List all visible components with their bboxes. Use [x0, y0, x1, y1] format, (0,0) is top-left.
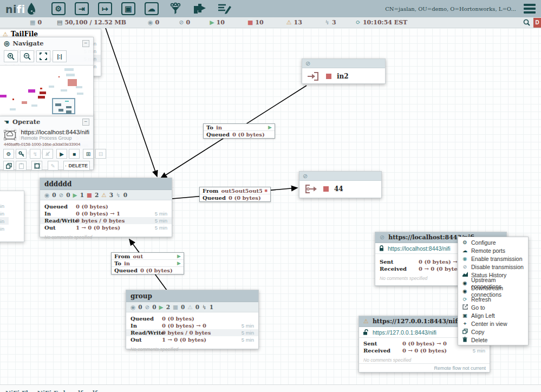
menu-item-center-in-view[interactable]: +Center in view [458, 319, 528, 328]
menu-item-delete[interactable]: Delete [458, 336, 528, 344]
search-icon[interactable] [519, 17, 533, 28]
birdseye-component [55, 103, 61, 106]
template-toolbar-icon[interactable] [192, 2, 207, 16]
threads-icon: ▦ [30, 19, 35, 26]
transmitting-icon: ◉ [148, 19, 153, 26]
secure-lock-icon [379, 245, 384, 251]
rpg-name: https://127.0.0.1:8443/nifi [373, 318, 459, 325]
stat-row: 5 min [0, 210, 9, 217]
menu-item-copy[interactable]: Copy [458, 328, 528, 336]
processor-toolbar-icon[interactable]: ⚙ [51, 2, 66, 15]
transmission-disabled-icon: ⊘ [303, 173, 308, 180]
disable-button[interactable]: ↯ [42, 149, 53, 159]
birdseye-component [12, 99, 14, 100]
global-menu-icon[interactable] [524, 4, 536, 14]
bulletin-indicator[interactable]: D [533, 18, 541, 28]
zoom-in-button[interactable] [4, 50, 18, 62]
menu-item-enable-transmission[interactable]: ◉Enable transmission [458, 254, 528, 263]
selected-component-id[interactable]: 446baffb-0158-1000-16be-a3da03e33904 [0, 141, 93, 147]
breadcrumb-current[interactable]: NiFi Fsdrnsdfnsdf [37, 390, 97, 392]
refresh-icon: ⟳ [356, 19, 361, 26]
port-name: 44 [334, 185, 343, 193]
connection-from-row: From out5out5out5out5out5... ■ [200, 187, 270, 194]
process-group-titlebar: group [126, 290, 258, 302]
status-bar-right: D [519, 17, 541, 28]
birdseye-map[interactable] [0, 65, 93, 116]
gear-icon: ⚙ [462, 239, 468, 245]
output-port-toolbar-icon[interactable]: ↦ [98, 2, 112, 15]
process-group-toolbar-icon[interactable]: ▣ [121, 2, 135, 15]
label-toolbar-icon[interactable] [217, 2, 232, 16]
process-group-group[interactable]: group ◉0 ⊘0 ▶2 ■0 ⚠0 ↯1 Queued0 (0 bytes… [126, 290, 259, 349]
stopped-indicator [326, 74, 331, 79]
connection-label-to-in[interactable]: To in ▶ Queued 0 (0 bytes) [203, 123, 275, 139]
collapse-operate-button[interactable]: − [82, 119, 89, 126]
process-group-dddddd[interactable]: dddddd ◉0 ⊘0 ▶1 ■2 ⚠3 ↯0 Queued0 (0 byte… [40, 178, 172, 237]
delete-button[interactable]: DELETE [63, 161, 90, 171]
menu-item-go-to[interactable]: Go to [458, 303, 528, 311]
paste-button[interactable] [16, 161, 27, 171]
stat-row-readwrite: Read/Write0 bytes / 0 bytes5 min [126, 329, 258, 336]
access-policies-button[interactable] [16, 149, 27, 159]
stopped-icon: ■ [247, 19, 253, 26]
stat-row: 5 min [0, 217, 9, 225]
configure-button[interactable]: ⚙ [3, 149, 14, 159]
stat-row-received: Received0 → 0 (0 bytes)5 min [359, 347, 490, 354]
last-refreshed[interactable]: ⟳ 10:10:54 EST [356, 19, 408, 26]
stat-row-out: Out1 → 0 (0 bytes)5 min [126, 336, 258, 343]
zoom-fit-button[interactable] [36, 50, 50, 62]
menu-item-downstream-connections[interactable]: ◉Downstream connections [458, 287, 528, 295]
navigate-icon: ◎ [4, 40, 9, 47]
connection-queued-row: Queued 0 (0 bytes) [204, 131, 275, 138]
stopped-icon: ■ [87, 192, 92, 198]
running-icon: ▶ [210, 19, 214, 26]
refresh-icon: ⟳ [462, 296, 468, 302]
center-icon: + [462, 321, 468, 326]
copy-button[interactable] [3, 161, 14, 171]
zoom-out-button[interactable] [20, 50, 34, 62]
not-transmitting-icon: ⊘ [145, 304, 149, 310]
group-button[interactable] [31, 161, 42, 171]
stat-row-out: Out1 → 0 (0 bytes)5 min [40, 224, 172, 231]
start-button[interactable]: ▶ [56, 149, 67, 159]
color-button[interactable]: ✎ [48, 161, 58, 171]
output-port-44[interactable]: ⊘ 44 [299, 171, 382, 198]
context-menu: ⚙Configure ☁Remote ports ◉Enable transmi… [458, 237, 529, 345]
connection-to-row: To in ▶ [204, 124, 275, 131]
funnel-toolbar-icon[interactable] [168, 2, 183, 16]
zoom-actual-size-button[interactable]: |:| [53, 50, 67, 62]
connection-queued-row: Queued 0 (0 bytes) [200, 194, 270, 201]
menu-item-configure[interactable]: ⚙Configure [458, 238, 528, 246]
app-header: nifi ⚙ ⇥ ↦ ▣ ☁ CN=jaslan, OU=demo, O=Hor… [0, 0, 541, 17]
collapse-navigate-button[interactable]: − [82, 40, 89, 47]
copy-icon [462, 329, 468, 335]
operate-title: Operate [12, 118, 41, 126]
stopped-count: ■ 10 [247, 19, 264, 26]
stop-button[interactable]: ■ [69, 149, 80, 159]
menu-item-align-left[interactable]: ▣Align Left [458, 311, 528, 319]
running-icon: ▶ [73, 192, 77, 198]
navigate-title: Navigate [12, 40, 43, 47]
enable-button[interactable]: ↯ [30, 149, 41, 159]
transmission-disabled-icon: ⊘ [305, 60, 310, 67]
remote-flow-status: Remote flow not current [359, 363, 490, 372]
birdseye-viewport[interactable] [52, 98, 75, 114]
connection-label-from-out5[interactable]: From out5out5out5out5out5... ■ Queued 0 … [199, 187, 271, 202]
breadcrumb-root[interactable]: NiFi Flow [5, 390, 37, 392]
connection-label-out-to-in[interactable]: From out ▶ To in ▶ Queued 0 (0 bytes) [111, 252, 184, 275]
birdseye-component [66, 74, 75, 76]
input-port-in2[interactable]: ⊘ in2 [302, 58, 386, 84]
enable-transmission-button[interactable]: ⊞ [83, 149, 94, 159]
disable-transmission-button[interactable]: ⊟ [95, 149, 106, 159]
birdseye-component [58, 109, 63, 112]
stat-row-queued: Queued0 (0 bytes) [40, 203, 172, 210]
running-icon: ▶ [177, 253, 181, 259]
birdseye-component [77, 93, 83, 95]
menu-item-disable-transmission[interactable]: ⊘Disable transmission [458, 263, 528, 271]
remote-process-group-toolbar-icon[interactable]: ☁ [145, 2, 159, 15]
birdseye-component [0, 95, 6, 97]
partial-processor[interactable]: 5 min 5 min 5 min 5 min [0, 191, 24, 242]
menu-item-remote-ports[interactable]: ☁Remote ports [458, 246, 528, 254]
disabled-icon: ↯ [325, 19, 330, 26]
input-port-toolbar-icon[interactable]: ⇥ [75, 2, 89, 15]
